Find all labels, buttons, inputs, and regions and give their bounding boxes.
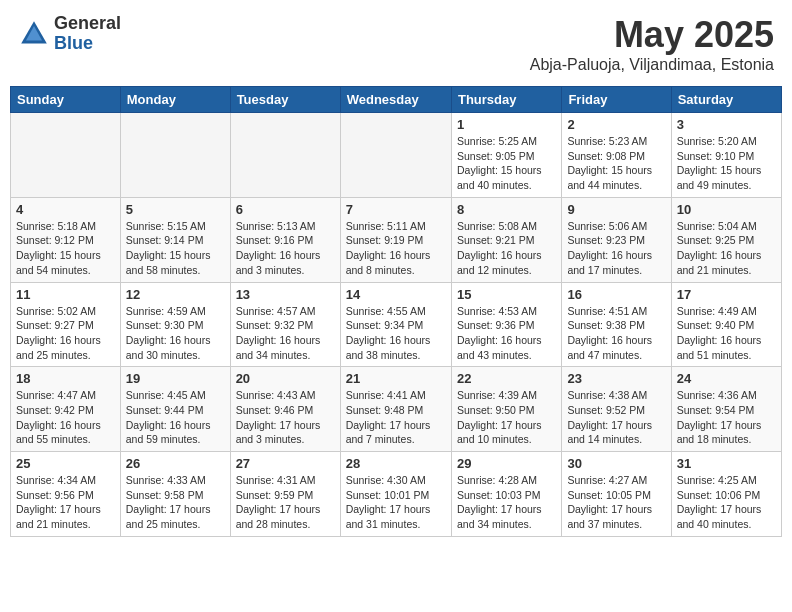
calendar-day-cell: 29Sunrise: 4:28 AMSunset: 10:03 PMDaylig… [451,452,561,537]
calendar-day-cell: 28Sunrise: 4:30 AMSunset: 10:01 PMDaylig… [340,452,451,537]
calendar-day-cell [11,113,121,198]
day-info: Sunrise: 4:25 AMSunset: 10:06 PMDaylight… [677,473,776,532]
day-number: 11 [16,287,115,302]
day-info: Sunrise: 4:53 AMSunset: 9:36 PMDaylight:… [457,304,556,363]
calendar-day-cell: 9Sunrise: 5:06 AMSunset: 9:23 PMDaylight… [562,197,671,282]
calendar-day-cell: 10Sunrise: 5:04 AMSunset: 9:25 PMDayligh… [671,197,781,282]
calendar-body: 1Sunrise: 5:25 AMSunset: 9:05 PMDaylight… [11,113,782,537]
day-info: Sunrise: 4:36 AMSunset: 9:54 PMDaylight:… [677,388,776,447]
calendar-day-cell: 27Sunrise: 4:31 AMSunset: 9:59 PMDayligh… [230,452,340,537]
calendar-day-cell: 12Sunrise: 4:59 AMSunset: 9:30 PMDayligh… [120,282,230,367]
day-number: 15 [457,287,556,302]
calendar-table: SundayMondayTuesdayWednesdayThursdayFrid… [10,86,782,537]
column-header-friday: Friday [562,87,671,113]
day-number: 24 [677,371,776,386]
day-number: 3 [677,117,776,132]
day-number: 6 [236,202,335,217]
day-number: 2 [567,117,665,132]
calendar-week-2: 4Sunrise: 5:18 AMSunset: 9:12 PMDaylight… [11,197,782,282]
day-number: 19 [126,371,225,386]
month-title: May 2025 [530,14,774,56]
day-number: 14 [346,287,446,302]
calendar-day-cell: 23Sunrise: 4:38 AMSunset: 9:52 PMDayligh… [562,367,671,452]
calendar-day-cell: 4Sunrise: 5:18 AMSunset: 9:12 PMDaylight… [11,197,121,282]
logo-blue-text: Blue [54,34,121,54]
calendar-day-cell: 31Sunrise: 4:25 AMSunset: 10:06 PMDaylig… [671,452,781,537]
calendar-day-cell: 1Sunrise: 5:25 AMSunset: 9:05 PMDaylight… [451,113,561,198]
day-number: 30 [567,456,665,471]
day-number: 18 [16,371,115,386]
column-header-tuesday: Tuesday [230,87,340,113]
day-number: 13 [236,287,335,302]
calendar-day-cell: 20Sunrise: 4:43 AMSunset: 9:46 PMDayligh… [230,367,340,452]
calendar-header: SundayMondayTuesdayWednesdayThursdayFrid… [11,87,782,113]
day-number: 27 [236,456,335,471]
day-info: Sunrise: 4:28 AMSunset: 10:03 PMDaylight… [457,473,556,532]
day-number: 31 [677,456,776,471]
day-number: 16 [567,287,665,302]
day-info: Sunrise: 4:33 AMSunset: 9:58 PMDaylight:… [126,473,225,532]
calendar-day-cell: 7Sunrise: 5:11 AMSunset: 9:19 PMDaylight… [340,197,451,282]
logo-text: General Blue [54,14,121,54]
title-block: May 2025 Abja-Paluoja, Viljandimaa, Esto… [530,14,774,74]
day-info: Sunrise: 4:43 AMSunset: 9:46 PMDaylight:… [236,388,335,447]
calendar-day-cell: 2Sunrise: 5:23 AMSunset: 9:08 PMDaylight… [562,113,671,198]
calendar-day-cell: 18Sunrise: 4:47 AMSunset: 9:42 PMDayligh… [11,367,121,452]
day-number: 1 [457,117,556,132]
day-info: Sunrise: 4:27 AMSunset: 10:05 PMDaylight… [567,473,665,532]
day-info: Sunrise: 4:30 AMSunset: 10:01 PMDaylight… [346,473,446,532]
day-info: Sunrise: 5:23 AMSunset: 9:08 PMDaylight:… [567,134,665,193]
day-info: Sunrise: 5:18 AMSunset: 9:12 PMDaylight:… [16,219,115,278]
page-header: General Blue May 2025 Abja-Paluoja, Vilj… [10,10,782,78]
day-number: 26 [126,456,225,471]
day-info: Sunrise: 5:20 AMSunset: 9:10 PMDaylight:… [677,134,776,193]
day-number: 29 [457,456,556,471]
day-number: 5 [126,202,225,217]
day-info: Sunrise: 4:49 AMSunset: 9:40 PMDaylight:… [677,304,776,363]
day-info: Sunrise: 4:39 AMSunset: 9:50 PMDaylight:… [457,388,556,447]
day-info: Sunrise: 4:51 AMSunset: 9:38 PMDaylight:… [567,304,665,363]
calendar-day-cell [120,113,230,198]
calendar-week-4: 18Sunrise: 4:47 AMSunset: 9:42 PMDayligh… [11,367,782,452]
day-info: Sunrise: 4:41 AMSunset: 9:48 PMDaylight:… [346,388,446,447]
day-number: 23 [567,371,665,386]
calendar-day-cell: 5Sunrise: 5:15 AMSunset: 9:14 PMDaylight… [120,197,230,282]
day-info: Sunrise: 5:13 AMSunset: 9:16 PMDaylight:… [236,219,335,278]
calendar-day-cell: 11Sunrise: 5:02 AMSunset: 9:27 PMDayligh… [11,282,121,367]
day-number: 17 [677,287,776,302]
day-number: 20 [236,371,335,386]
calendar-day-cell: 14Sunrise: 4:55 AMSunset: 9:34 PMDayligh… [340,282,451,367]
calendar-day-cell: 17Sunrise: 4:49 AMSunset: 9:40 PMDayligh… [671,282,781,367]
calendar-day-cell: 21Sunrise: 4:41 AMSunset: 9:48 PMDayligh… [340,367,451,452]
day-info: Sunrise: 4:34 AMSunset: 9:56 PMDaylight:… [16,473,115,532]
day-number: 25 [16,456,115,471]
day-info: Sunrise: 5:02 AMSunset: 9:27 PMDaylight:… [16,304,115,363]
calendar-day-cell: 30Sunrise: 4:27 AMSunset: 10:05 PMDaylig… [562,452,671,537]
logo-icon [18,18,50,50]
logo: General Blue [18,14,121,54]
day-info: Sunrise: 5:15 AMSunset: 9:14 PMDaylight:… [126,219,225,278]
column-header-sunday: Sunday [11,87,121,113]
column-header-wednesday: Wednesday [340,87,451,113]
calendar-day-cell: 13Sunrise: 4:57 AMSunset: 9:32 PMDayligh… [230,282,340,367]
column-header-saturday: Saturday [671,87,781,113]
day-info: Sunrise: 5:11 AMSunset: 9:19 PMDaylight:… [346,219,446,278]
day-info: Sunrise: 5:06 AMSunset: 9:23 PMDaylight:… [567,219,665,278]
logo-general-text: General [54,14,121,34]
calendar-day-cell: 24Sunrise: 4:36 AMSunset: 9:54 PMDayligh… [671,367,781,452]
day-number: 12 [126,287,225,302]
calendar-day-cell: 3Sunrise: 5:20 AMSunset: 9:10 PMDaylight… [671,113,781,198]
day-info: Sunrise: 4:31 AMSunset: 9:59 PMDaylight:… [236,473,335,532]
calendar-day-cell: 6Sunrise: 5:13 AMSunset: 9:16 PMDaylight… [230,197,340,282]
day-number: 22 [457,371,556,386]
header-row: SundayMondayTuesdayWednesdayThursdayFrid… [11,87,782,113]
calendar-day-cell [230,113,340,198]
day-info: Sunrise: 5:04 AMSunset: 9:25 PMDaylight:… [677,219,776,278]
day-info: Sunrise: 4:57 AMSunset: 9:32 PMDaylight:… [236,304,335,363]
column-header-thursday: Thursday [451,87,561,113]
day-info: Sunrise: 4:45 AMSunset: 9:44 PMDaylight:… [126,388,225,447]
calendar-week-3: 11Sunrise: 5:02 AMSunset: 9:27 PMDayligh… [11,282,782,367]
calendar-day-cell: 22Sunrise: 4:39 AMSunset: 9:50 PMDayligh… [451,367,561,452]
location-title: Abja-Paluoja, Viljandimaa, Estonia [530,56,774,74]
calendar-day-cell: 15Sunrise: 4:53 AMSunset: 9:36 PMDayligh… [451,282,561,367]
